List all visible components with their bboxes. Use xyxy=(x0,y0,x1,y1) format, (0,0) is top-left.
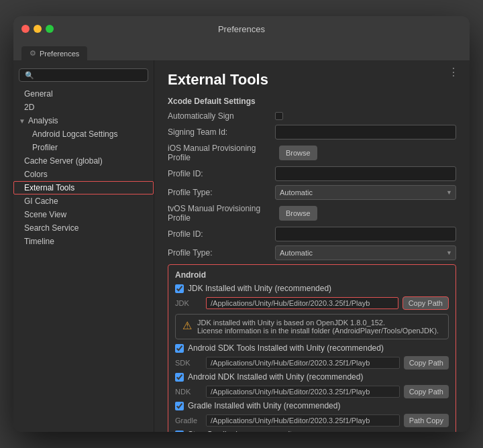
warning-text: JDK installed with Unity is based on Ope… xyxy=(197,319,439,335)
jdk-checkbox-label: JDK Installed with Unity (recommended) xyxy=(188,284,331,293)
xcode-section-header: Xcode Default Settings xyxy=(168,97,456,106)
gradle-path-row: Gradle /Applications/Unity/Hub/Editor/20… xyxy=(175,414,449,427)
sidebar-item-general[interactable]: General xyxy=(13,87,154,101)
sidebar: General 2D ▼ Analysis Android Logcat Set… xyxy=(13,60,154,432)
tvos-profile-id-input[interactable] xyxy=(275,227,456,241)
tab-bar: ⚙ Preferences xyxy=(13,42,470,60)
auto-sign-row: Automatically Sign xyxy=(168,111,456,121)
sdk-checkbox-row: Android SDK Tools Installed with Unity (… xyxy=(175,343,449,353)
sidebar-search-input[interactable] xyxy=(19,68,148,82)
sidebar-item-analysis[interactable]: ▼ Analysis xyxy=(13,114,154,127)
tvos-profile-id-label: Profile ID: xyxy=(168,229,275,239)
ndk-checkbox[interactable] xyxy=(175,373,184,382)
sidebar-search-container xyxy=(13,66,154,87)
tvos-provision-label: tvOS Manual Provisioning Profile xyxy=(168,204,275,223)
maximize-button[interactable] xyxy=(46,25,54,33)
warning-line2: License information is in the install fo… xyxy=(197,327,439,335)
gradle-path-value: /Applications/Unity/Hub/Editor/2020.3.25… xyxy=(206,414,400,427)
jdk-warning-box: ⚠ JDK installed with Unity is based on O… xyxy=(175,314,449,339)
ios-profile-type-wrapper: Automatic ▼ xyxy=(275,185,456,200)
jdk-copy-path-button[interactable]: Copy Path xyxy=(402,296,449,310)
window-title: Preferences xyxy=(218,24,265,34)
jdk-path-value: /Applications/Unity/Hub/Editor/2020.3.25… xyxy=(206,297,398,309)
tvos-profile-type-select[interactable]: Automatic xyxy=(275,245,456,260)
auto-sign-checkbox[interactable] xyxy=(275,112,283,120)
tvos-profile-id-row: Profile ID: xyxy=(168,227,456,241)
ios-profile-id-row: Profile ID: xyxy=(168,166,456,181)
preferences-tab[interactable]: ⚙ Preferences xyxy=(21,46,87,60)
android-section-title: Android xyxy=(175,270,449,280)
content-area: General 2D ▼ Analysis Android Logcat Set… xyxy=(13,60,470,432)
stop-gradle-checkbox[interactable] xyxy=(175,431,184,433)
tvos-profile-type-row: Profile Type: Automatic ▼ xyxy=(168,245,456,260)
tvos-profile-type-wrapper: Automatic ▼ xyxy=(275,245,456,260)
gear-icon: ⚙ xyxy=(30,49,36,58)
android-section: Android JDK Installed with Unity (recomm… xyxy=(168,264,456,432)
tvos-browse-button[interactable]: Browse xyxy=(279,206,317,221)
sdk-label: SDK xyxy=(175,359,206,367)
tab-label: Preferences xyxy=(40,50,79,58)
jdk-checkbox[interactable] xyxy=(175,284,184,293)
expand-arrow-icon: ▼ xyxy=(19,117,25,125)
ios-profile-type-row: Profile Type: Automatic ▼ xyxy=(168,185,456,200)
sdk-path-row: SDK /Applications/Unity/Hub/Editor/2020.… xyxy=(175,356,449,370)
sidebar-item-profiler[interactable]: Profiler xyxy=(13,141,154,154)
sdk-checkbox[interactable] xyxy=(175,344,184,353)
ndk-copy-path-button[interactable]: Copy Path xyxy=(404,385,449,398)
page-title: External Tools xyxy=(168,71,456,89)
jdk-label: JDK xyxy=(175,299,206,307)
ndk-path-row: NDK /Applications/Unity/Hub/Editor/2020.… xyxy=(175,385,449,398)
ndk-label: NDK xyxy=(175,388,206,396)
sidebar-item-scene-view[interactable]: Scene View xyxy=(13,208,154,221)
sdk-copy-path-button[interactable]: Copy Path xyxy=(404,356,449,370)
gradle-copy-path-button[interactable]: Path Copy xyxy=(404,414,449,427)
close-button[interactable] xyxy=(21,25,30,33)
signing-team-input[interactable] xyxy=(275,125,456,139)
three-dots-menu[interactable]: ⋮ xyxy=(448,66,459,78)
sdk-path-value: /Applications/Unity/Hub/Editor/2020.3.25… xyxy=(206,357,400,369)
sidebar-item-external-tools[interactable]: External Tools xyxy=(13,181,154,194)
analysis-label: Analysis xyxy=(28,116,58,125)
sidebar-item-search-service[interactable]: Search Service xyxy=(13,221,154,235)
ndk-checkbox-label: Android NDK Installed with Unity (recomm… xyxy=(188,372,363,382)
sidebar-item-colors[interactable]: Colors xyxy=(13,168,154,181)
ios-provision-label: iOS Manual Provisioning Profile xyxy=(168,144,275,162)
jdk-path-row: JDK /Applications/Unity/Hub/Editor/2020.… xyxy=(175,296,449,310)
sdk-checkbox-label: Android SDK Tools Installed with Unity (… xyxy=(188,343,384,353)
signing-team-row: Signing Team Id: xyxy=(168,125,456,139)
sidebar-item-timeline[interactable]: Timeline xyxy=(13,235,154,248)
sidebar-item-2d[interactable]: 2D xyxy=(13,101,154,114)
signing-team-label: Signing Team Id: xyxy=(168,127,275,137)
titlebar: Preferences xyxy=(13,16,470,42)
ndk-checkbox-row: Android NDK Installed with Unity (recomm… xyxy=(175,372,449,382)
auto-sign-label: Automatically Sign xyxy=(168,111,275,121)
gradle-checkbox[interactable] xyxy=(175,402,184,410)
ios-profile-id-label: Profile ID: xyxy=(168,169,275,178)
sidebar-item-cache-server[interactable]: Cache Server (global) xyxy=(13,154,154,168)
sidebar-item-android-logcat[interactable]: Android Logcat Settings xyxy=(13,127,154,141)
minimize-button[interactable] xyxy=(34,25,42,33)
ndk-path-value: /Applications/Unity/Hub/Editor/2020.3.25… xyxy=(206,386,400,398)
ios-profile-id-input[interactable] xyxy=(275,166,456,181)
ios-browse-button[interactable]: Browse xyxy=(279,146,317,160)
warning-line1: JDK installed with Unity is based on Ope… xyxy=(197,319,439,327)
tvos-provision-row: tvOS Manual Provisioning Profile Browse xyxy=(168,204,456,223)
gradle-checkbox-label: Gradle Installed with Unity (recommended… xyxy=(188,401,340,410)
sidebar-item-gi-cache[interactable]: GI Cache xyxy=(13,194,154,208)
main-panel: ⋮ External Tools Xcode Default Settings … xyxy=(154,60,470,432)
ios-provision-row: iOS Manual Provisioning Profile Browse xyxy=(168,144,456,162)
tvos-profile-type-label: Profile Type: xyxy=(168,248,275,258)
stop-gradle-row: Stop Gradle daemons on exit xyxy=(175,430,449,432)
gradle-label: Gradle xyxy=(175,416,206,425)
traffic-lights xyxy=(21,25,54,33)
jdk-checkbox-row: JDK Installed with Unity (recommended) xyxy=(175,284,449,293)
preferences-window: Preferences ⚙ Preferences General 2D ▼ A… xyxy=(13,16,470,432)
gradle-checkbox-row: Gradle Installed with Unity (recommended… xyxy=(175,401,449,410)
stop-gradle-label: Stop Gradle daemons on exit xyxy=(188,430,292,432)
ios-profile-type-select[interactable]: Automatic xyxy=(275,185,456,200)
ios-profile-type-label: Profile Type: xyxy=(168,188,275,197)
warning-icon: ⚠ xyxy=(182,319,192,332)
